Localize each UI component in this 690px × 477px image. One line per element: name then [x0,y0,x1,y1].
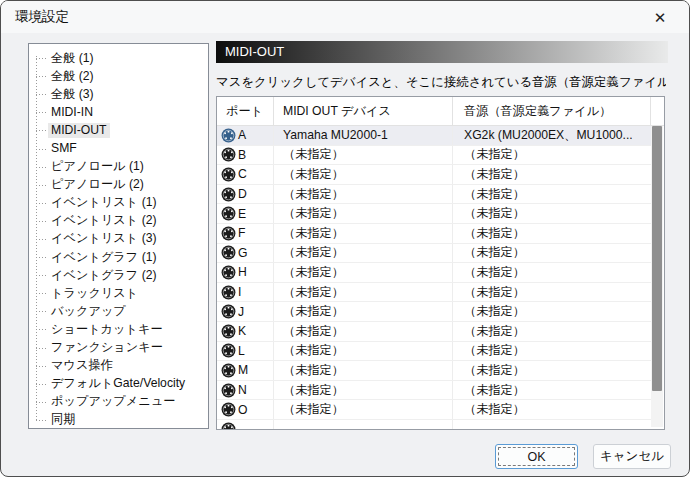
sidebar-item-13[interactable]: イベントグラフ (2) [29,266,208,284]
port-cell[interactable]: J [217,302,274,321]
port-cell[interactable]: B [217,146,274,165]
device-cell[interactable]: （未指定） [274,302,453,321]
panel-header-label: MIDI-OUT [225,44,284,59]
ok-button[interactable]: OK [495,444,578,469]
device-cell[interactable] [274,420,453,429]
device-cell[interactable]: （未指定） [274,342,453,361]
sidebar-item-16[interactable]: ショートカットキー [29,320,208,338]
midi-din-icon [221,422,236,429]
table-row[interactable]: E （未指定） （未指定） [217,204,651,224]
device-cell[interactable]: （未指定） [274,185,453,204]
table-row[interactable]: N （未指定） （未指定） [217,381,651,401]
port-cell[interactable]: E [217,204,274,223]
device-cell[interactable]: （未指定） [274,146,453,165]
port-cell[interactable]: D [217,185,274,204]
port-cell[interactable]: M [217,361,274,380]
port-cell[interactable]: A [217,126,274,145]
port-cell[interactable] [217,420,274,429]
source-cell[interactable]: （未指定） [453,263,651,282]
source-cell[interactable]: XG2k (MU2000EX、MU1000... [453,126,651,145]
port-cell[interactable]: F [217,224,274,243]
table-row[interactable]: M （未指定） （未指定） [217,361,651,381]
sidebar-item-9[interactable]: イベントリスト (1) [29,194,208,212]
source-cell[interactable]: （未指定） [453,361,651,380]
sidebar-item-18[interactable]: マウス操作 [29,357,208,375]
device-cell[interactable]: （未指定） [274,165,453,184]
sidebar-item-12[interactable]: イベントグラフ (1) [29,248,208,266]
settings-tree[interactable]: 全般 (1) 全般 (2) 全般 (3) MIDI-IN MIDI-OUT SM… [28,43,209,429]
device-label: （未指定） [283,323,344,340]
source-cell[interactable]: （未指定） [453,342,651,361]
device-label: Yamaha MU2000-1 [283,128,388,142]
sidebar-item-10[interactable]: イベントリスト (2) [29,212,208,230]
midi-out-table[interactable]: ポート MIDI OUT デバイス 音源（音源定義ファイル） A Yamaha … [216,96,665,430]
midi-din-icon [221,187,236,202]
sidebar-item-6[interactable]: SMF [29,139,208,157]
table-row[interactable]: J （未指定） （未指定） [217,302,651,322]
table-row[interactable]: K （未指定） （未指定） [217,322,651,342]
source-cell[interactable]: （未指定） [453,244,651,263]
table-row[interactable]: C （未指定） （未指定） [217,165,651,185]
device-cell[interactable]: （未指定） [274,204,453,223]
sidebar-item-4[interactable]: MIDI-IN [29,103,208,121]
titlebar[interactable]: 環境設定 ✕ [1,1,689,33]
port-cell[interactable]: H [217,263,274,282]
table-row[interactable]: A Yamaha MU2000-1 XG2k (MU2000EX、MU1000.… [217,126,651,146]
device-cell[interactable]: （未指定） [274,244,453,263]
port-cell[interactable]: L [217,342,274,361]
sidebar-item-label: イベントリスト (1) [48,195,160,210]
table-row[interactable]: G （未指定） （未指定） [217,244,651,264]
source-cell[interactable]: （未指定） [453,400,651,419]
port-cell[interactable]: I [217,283,274,302]
source-cell[interactable] [453,420,651,429]
sidebar-item-3[interactable]: 全般 (3) [29,85,208,103]
sidebar-item-7[interactable]: ピアノロール (1) [29,158,208,176]
source-cell[interactable]: （未指定） [453,165,651,184]
table-row[interactable]: H （未指定） （未指定） [217,263,651,283]
sidebar-item-14[interactable]: トラックリスト [29,284,208,302]
port-cell[interactable]: N [217,381,274,400]
source-cell[interactable]: （未指定） [453,224,651,243]
device-cell[interactable]: （未指定） [274,381,453,400]
device-cell[interactable]: （未指定） [274,361,453,380]
close-button[interactable]: ✕ [645,6,675,30]
table-row[interactable]: F （未指定） （未指定） [217,224,651,244]
scrollbar-thumb[interactable] [652,126,662,391]
sidebar-item-2[interactable]: 全般 (2) [29,67,208,85]
table-row[interactable]: I （未指定） （未指定） [217,283,651,303]
device-cell[interactable]: （未指定） [274,400,453,419]
cancel-button[interactable]: キャンセル [593,444,671,469]
sidebar-item-8[interactable]: ピアノロール (2) [29,176,208,194]
port-cell[interactable]: G [217,244,274,263]
sidebar-item-label: MIDI-IN [48,105,96,120]
device-cell[interactable]: Yamaha MU2000-1 [274,126,453,145]
port-cell[interactable]: K [217,322,274,341]
sidebar-item-11[interactable]: イベントリスト (3) [29,230,208,248]
source-cell[interactable]: （未指定） [453,146,651,165]
sidebar-item-21[interactable]: 同期 [29,411,208,429]
source-cell[interactable]: （未指定） [453,185,651,204]
table-row-clipped[interactable] [217,420,651,429]
table-scrollbar[interactable] [651,126,663,427]
source-cell[interactable]: （未指定） [453,204,651,223]
device-cell[interactable]: （未指定） [274,322,453,341]
table-row[interactable]: D （未指定） （未指定） [217,185,651,205]
sidebar-item-20[interactable]: ポップアップメニュー [29,393,208,411]
port-cell[interactable]: O [217,400,274,419]
port-cell[interactable]: C [217,165,274,184]
sidebar-item-17[interactable]: ファンクションキー [29,339,208,357]
table-row[interactable]: B （未指定） （未指定） [217,146,651,166]
device-cell[interactable]: （未指定） [274,283,453,302]
device-cell[interactable]: （未指定） [274,263,453,282]
source-cell[interactable]: （未指定） [453,322,651,341]
source-cell[interactable]: （未指定） [453,302,651,321]
sidebar-item-15[interactable]: バックアップ [29,302,208,320]
source-cell[interactable]: （未指定） [453,381,651,400]
table-row[interactable]: L （未指定） （未指定） [217,342,651,362]
table-row[interactable]: O （未指定） （未指定） [217,400,651,420]
sidebar-item-1[interactable]: 全般 (1) [29,49,208,67]
sidebar-item-5[interactable]: MIDI-OUT [29,121,208,139]
source-cell[interactable]: （未指定） [453,283,651,302]
device-cell[interactable]: （未指定） [274,224,453,243]
sidebar-item-19[interactable]: デフォルトGate/Velocity [29,375,208,393]
